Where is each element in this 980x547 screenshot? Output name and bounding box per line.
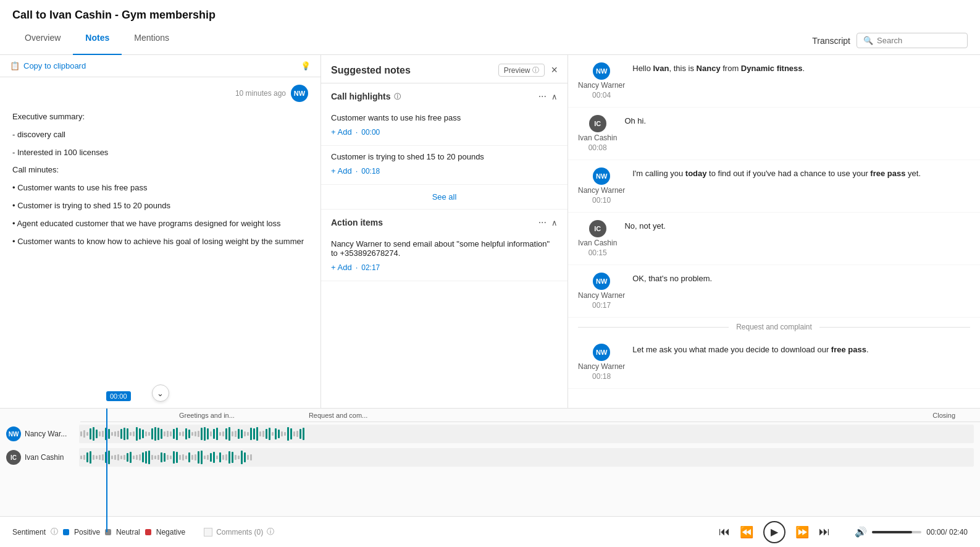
transcript-text-2: I'm calling you today to find out if you… (632, 167, 970, 205)
info-comments-icon[interactable]: ⓘ (267, 527, 274, 537)
search-box[interactable]: 🔍 (856, 33, 968, 48)
copy-icon: 📋 (10, 61, 20, 70)
volume-fill (872, 531, 912, 533)
transcript-area: Transcript 🔍 (812, 27, 968, 54)
avatar-ic-1: IC (589, 115, 606, 132)
add-note-button-1[interactable]: + Add (331, 166, 352, 176)
note-actions-1: + Add · 00:18 (331, 166, 558, 176)
volume-slider[interactable] (872, 531, 921, 533)
transcript-label: Transcript (812, 36, 850, 46)
notes-body: 10 minutes ago NW Executive summary: - d… (0, 77, 320, 408)
transcript-time-0: 00:04 (592, 91, 611, 100)
lightbulb-icon[interactable]: 💡 (301, 61, 311, 70)
playhead-line (106, 409, 107, 532)
negative-dot (145, 529, 151, 535)
tab-mentions[interactable]: Mentions (122, 27, 182, 55)
action-actions-0: + Add · 02:17 (331, 263, 558, 272)
segment-label-greetings: Greetings and in... (179, 412, 235, 419)
transcript-time-3: 00:15 (588, 248, 607, 257)
copy-to-clipboard-button[interactable]: 📋 Copy to clipboard (10, 61, 86, 70)
preview-badge[interactable]: Preview ⓘ (498, 64, 545, 77)
fast-forward-button[interactable]: ⏩ (795, 525, 809, 539)
transcript-entry-2: NW Nancy Warner 00:10 I'm calling you to… (568, 160, 980, 213)
waveform-name-nw: Nancy War... (25, 430, 67, 438)
note-timestamp-1[interactable]: 00:18 (361, 167, 380, 176)
bottom-bar: Sentiment ⓘ Positive Neutral Negative Co… (0, 516, 980, 547)
volume-icon[interactable]: 🔊 (855, 526, 867, 538)
search-input[interactable] (877, 36, 963, 45)
avatar-nw-4: NW (593, 273, 610, 290)
action-text-0: Nancy Warner to send email about "some h… (331, 239, 558, 258)
copy-label: Copy to clipboard (23, 61, 86, 70)
avatar-ic-timeline: IC (6, 450, 21, 465)
suggested-notes-header: Suggested notes Preview ⓘ × (321, 55, 567, 83)
divider-line-right (819, 327, 970, 328)
call-highlights-title: Call highlights ⓘ (331, 91, 401, 101)
transcript-meta-4: NW Nancy Warner 00:17 (578, 273, 625, 310)
transcript-text-4: OK, that's no problem. (632, 273, 970, 310)
positive-dot (63, 529, 69, 535)
transcript-entry-3: IC Ivan Cashin 00:15 No, not yet. (568, 213, 980, 265)
tab-overview[interactable]: Overview (12, 27, 73, 55)
tab-notes[interactable]: Notes (73, 27, 122, 55)
add-note-button-0[interactable]: + Add (331, 127, 352, 137)
segment-label-closing: Closing (932, 412, 955, 419)
action-more-options-icon[interactable]: ··· (538, 217, 547, 228)
notes-header: 📋 Copy to clipboard 💡 (0, 55, 320, 77)
comments-checkbox[interactable] (204, 528, 212, 536)
transcript-entry-5: NW Nancy Warner 00:18 Let me ask you wha… (568, 336, 980, 389)
waveform-row-ic: IC Ivan Cashin (0, 446, 980, 469)
avatar-nw-2: NW (593, 167, 610, 185)
negative-label: Negative (156, 528, 185, 536)
waveform-track-nw[interactable] (79, 425, 974, 443)
add-action-button-0[interactable]: + Add (331, 263, 352, 272)
collapse-icon[interactable]: ∧ (551, 92, 558, 101)
play-button[interactable]: ▶ (763, 521, 785, 543)
action-item-0: Nancy Warner to send email about "some h… (321, 233, 567, 281)
note-actions-0: + Add · 00:00 (331, 127, 558, 137)
info-sentiment-icon[interactable]: ⓘ (51, 527, 58, 537)
action-collapse-icon[interactable]: ∧ (551, 218, 558, 227)
avatar-nw: NW (291, 85, 308, 102)
notes-panel: 📋 Copy to clipboard 💡 10 minutes ago NW … (0, 55, 321, 408)
note-text-1: Customer is trying to shed 15 to 20 poun… (331, 152, 558, 161)
section-divider-request: Request and complaint (568, 318, 980, 336)
avatar-nw-0: NW (593, 62, 610, 80)
waveform-track-ic[interactable] (79, 448, 974, 467)
call-highlights-header: Call highlights ⓘ ··· ∧ (321, 83, 567, 107)
scroll-down-button[interactable]: ⌄ (152, 384, 169, 402)
rewind-button[interactable]: ⏪ (740, 525, 753, 539)
note-item-1: Customer is trying to shed 15 to 20 poun… (321, 146, 567, 185)
action-section-actions: ··· ∧ (538, 217, 558, 228)
avatar-nw-timeline: NW (6, 426, 21, 441)
close-icon[interactable]: × (551, 64, 558, 77)
note-text-0: Customer wants to use his free pass (331, 113, 558, 122)
transcript-time-2: 00:10 (592, 196, 611, 205)
note-timestamp-0[interactable]: 00:00 (361, 128, 380, 137)
transcript-panel: NW Nancy Warner 00:04 Hello Ivan, this i… (568, 55, 980, 408)
transcript-meta-5: NW Nancy Warner 00:18 (578, 344, 625, 381)
action-items-header: Action items ··· ∧ (321, 210, 567, 233)
waveform-row-nw: NW Nancy War... (0, 422, 980, 446)
skip-to-end-button[interactable]: ⏭ (819, 525, 830, 538)
suggested-notes-title: Suggested notes (331, 65, 411, 76)
transcript-text-1: Oh hi. (624, 115, 970, 152)
notes-timestamp: 10 minutes ago (235, 89, 286, 98)
timeline-container: 00:00 Greetings and in... Request and co… (0, 408, 980, 516)
more-options-icon[interactable]: ··· (538, 91, 547, 102)
waveform-name-ic: Ivan Cashin (25, 453, 64, 462)
info-icon: ⓘ (532, 66, 539, 75)
transcript-entry-0: NW Nancy Warner 00:04 Hello Ivan, this i… (568, 55, 980, 108)
waveform-label-ic: IC Ivan Cashin (6, 450, 74, 465)
waveform-label-nw: NW Nancy War... (6, 426, 74, 441)
transcript-time-5: 00:18 (592, 372, 611, 381)
action-timestamp-0[interactable]: 02:17 (361, 263, 380, 272)
preview-label: Preview (504, 66, 530, 75)
main-content: 📋 Copy to clipboard 💡 10 minutes ago NW … (0, 55, 980, 408)
note-item-0: Customer wants to use his free pass + Ad… (321, 107, 567, 146)
sentiment-label: Sentiment (12, 528, 46, 536)
timestamp-row: 10 minutes ago NW (12, 85, 308, 102)
transcript-meta-0: NW Nancy Warner 00:04 (578, 62, 625, 100)
see-all-button[interactable]: See all (321, 185, 567, 210)
skip-to-start-button[interactable]: ⏮ (719, 525, 730, 538)
